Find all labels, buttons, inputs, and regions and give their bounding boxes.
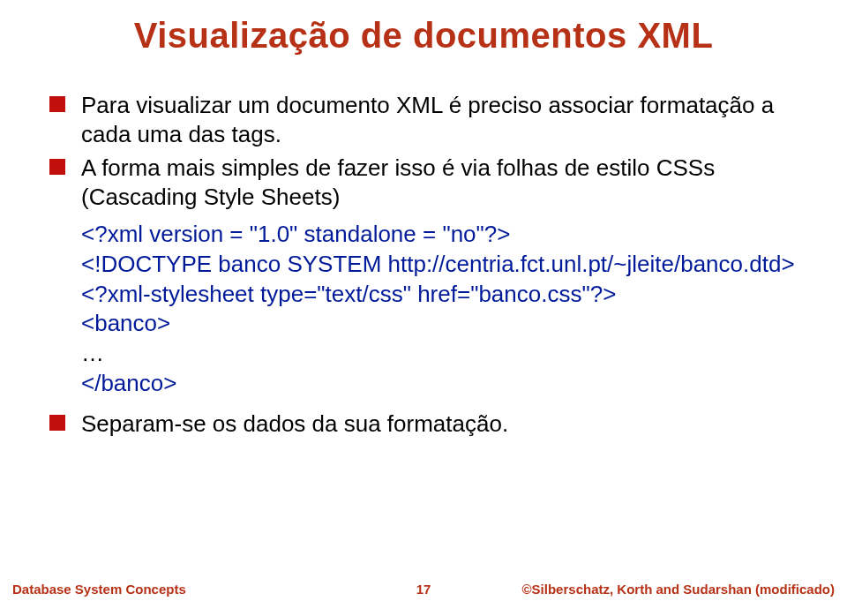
square-bullet-icon (49, 96, 65, 112)
code-ellipsis: … (81, 339, 798, 369)
square-bullet-icon (49, 159, 65, 175)
bullet-text: A forma mais simples de fazer isso é via… (81, 154, 798, 211)
footer-left: Database System Concepts (12, 582, 186, 597)
bullet-text: Para visualizar um documento XML é preci… (81, 91, 798, 148)
slide-footer: Database System Concepts 17 ©Silberschat… (0, 582, 847, 597)
code-line: <!DOCTYPE banco SYSTEM http://centria.fc… (81, 250, 798, 280)
code-line: <banco> (81, 309, 798, 339)
square-bullet-icon (49, 415, 65, 431)
bullet-row: Para visualizar um documento XML é preci… (49, 91, 798, 148)
bullet-row: Separam-se os dados da sua formatação. (49, 409, 798, 439)
code-line: <?xml version = "1.0" standalone = "no"?… (81, 220, 798, 250)
bullet-text: Separam-se os dados da sua formatação. (81, 409, 798, 439)
slide: Visualização de documentos XML Para visu… (0, 0, 847, 616)
footer-right: ©Silberschatz, Korth and Sudarshan (modi… (522, 582, 835, 597)
code-line: </banco> (81, 369, 798, 399)
bullet-row: A forma mais simples de fazer isso é via… (49, 154, 798, 211)
code-block: <?xml version = "1.0" standalone = "no"?… (81, 220, 798, 399)
slide-title: Visualização de documentos XML (49, 16, 798, 56)
code-line: <?xml-stylesheet type="text/css" href="b… (81, 280, 798, 310)
